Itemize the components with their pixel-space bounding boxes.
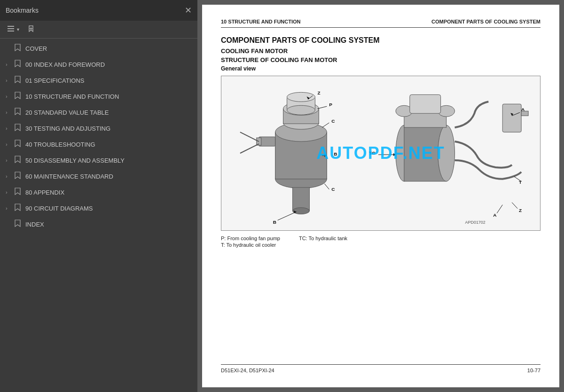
bookmark-label: 40 TROUBLESHOOTING xyxy=(25,141,194,148)
svg-text:A: A xyxy=(493,212,496,218)
bookmark-item-01[interactable]: › 01 SPECIFICATIONS xyxy=(0,72,197,88)
list-view-icon xyxy=(7,24,15,34)
svg-line-19 xyxy=(240,144,259,153)
expand-arrow-icon: › xyxy=(6,62,12,67)
svg-rect-43 xyxy=(502,104,521,132)
doc-title-sub1: COOLING FAN MOTOR xyxy=(221,47,540,55)
bookmark-item-20[interactable]: › 20 STANDARD VALUE TABLE xyxy=(0,104,197,120)
bookmark-item-00[interactable]: › 00 INDEX AND FOREWORD xyxy=(0,56,197,72)
bookmark-item-40[interactable]: › 40 TROUBLESHOOTING xyxy=(0,136,197,152)
svg-text:A: A xyxy=(521,107,525,112)
bookmark-icon xyxy=(13,124,22,133)
page-header-right: COMPONENT PARTS OF COOLING SYSTEM xyxy=(431,19,540,24)
bookmark-label: 01 SPECIFICATIONS xyxy=(25,77,194,84)
legend-item-p: P: From cooling fan pump xyxy=(221,235,280,241)
svg-line-31 xyxy=(278,212,297,220)
bookmark-label: 60 MAINTENANCE STANDARD xyxy=(25,173,194,180)
sidebar-header: Bookmarks ✕ xyxy=(0,0,197,21)
page-view: 10 STRUCTURE AND FUNCTION COMPONENT PART… xyxy=(202,5,559,387)
view-toggle-button[interactable]: ▼ xyxy=(5,24,22,35)
page-header: 10 STRUCTURE AND FUNCTION COMPONENT PART… xyxy=(221,19,540,28)
legend-item-t: T: To hydraulic oil cooler xyxy=(221,242,280,248)
bookmark-item-50[interactable]: › 50 DISASSEMBLY AND ASSEMBLY xyxy=(0,152,197,168)
dropdown-arrow-icon: ▼ xyxy=(16,27,20,32)
expand-arrow-icon: › xyxy=(6,205,12,211)
bookmark-label: COVER xyxy=(25,45,194,52)
bookmark-new-button[interactable] xyxy=(25,24,37,35)
svg-text:Z: Z xyxy=(519,208,522,213)
bookmark-icon xyxy=(13,76,22,85)
svg-text:P: P xyxy=(329,102,332,107)
svg-line-52 xyxy=(497,205,502,213)
bookmark-icon xyxy=(13,220,22,229)
bookmark-item-60[interactable]: › 60 MAINTENANCE STANDARD xyxy=(0,168,197,184)
expand-arrow-icon: › xyxy=(6,110,12,115)
svg-line-18 xyxy=(240,132,259,141)
bookmark-icon xyxy=(13,92,22,101)
svg-line-56 xyxy=(512,203,517,209)
diagram-box: Z P C B xyxy=(221,76,540,231)
footer-page: 10-77 xyxy=(527,368,540,373)
bookmark-icon xyxy=(13,204,22,213)
svg-rect-1 xyxy=(8,28,14,29)
bookmark-icon xyxy=(13,172,22,181)
expand-arrow-icon: › xyxy=(6,157,12,163)
bookmark-icon xyxy=(13,188,22,197)
bookmark-icon xyxy=(13,60,22,69)
svg-rect-0 xyxy=(8,26,14,27)
bookmark-icon xyxy=(13,140,22,149)
svg-point-13 xyxy=(287,105,315,115)
bookmark-item-index[interactable]: INDEX xyxy=(0,216,197,232)
expand-arrow-icon: › xyxy=(6,125,12,131)
svg-rect-42 xyxy=(410,94,441,113)
legend-area: P: From cooling fan pump T: To hydraulic… xyxy=(221,235,540,248)
bookmark-icon xyxy=(13,44,22,53)
sidebar-toolbar: ▼ xyxy=(0,21,197,39)
svg-line-24 xyxy=(317,106,327,109)
main-content-area: 10 STRUCTURE AND FUNCTION COMPONENT PART… xyxy=(197,0,564,392)
bookmark-item-80[interactable]: › 80 APPENDIX xyxy=(0,184,197,200)
bookmark-item-cover[interactable]: COVER xyxy=(0,40,197,56)
bookmark-label: 30 TESTING AND ADJUSTING xyxy=(25,125,194,132)
svg-point-15 xyxy=(293,208,310,214)
bookmark-label: 50 DISASSEMBLY AND ASSEMBLY xyxy=(25,157,194,164)
bookmark-item-10[interactable]: › 10 STRUCTURE AND FUNCTION xyxy=(0,88,197,104)
expand-arrow-icon: › xyxy=(6,141,12,147)
legend-col-right: TC: To hydraulic tank xyxy=(299,235,347,248)
doc-title-sub2: STRUCTURE OF COOLING FAN MOTOR xyxy=(221,56,540,63)
bookmark-icon xyxy=(13,108,22,117)
sidebar: Bookmarks ✕ ▼ COVER› 00 INDEX AND FOREWO… xyxy=(0,0,197,392)
bookmark-label: 10 STRUCTURE AND FUNCTION xyxy=(25,93,194,100)
bookmark-item-30[interactable]: › 30 TESTING AND ADJUSTING xyxy=(0,120,197,136)
legend-col-left: P: From cooling fan pump T: To hydraulic… xyxy=(221,235,280,248)
close-button[interactable]: ✕ xyxy=(185,6,192,15)
page-footer: D51EXI-24, D51PXI-24 10-77 xyxy=(221,364,540,373)
diagram-inner: Z P C B xyxy=(221,76,540,230)
page-content: COMPONENT PARTS OF COOLING SYSTEM COOLIN… xyxy=(221,36,540,364)
svg-text:C: C xyxy=(331,187,335,192)
svg-line-26 xyxy=(322,123,329,127)
bookmark-list: COVER› 00 INDEX AND FOREWORD› 01 SPECIFI… xyxy=(0,39,197,392)
svg-text:B: B xyxy=(273,220,276,225)
footer-model: D51EXI-24, D51PXI-24 xyxy=(221,368,274,373)
bookmark-label: 90 CIRCUIT DIAGRAMS xyxy=(25,205,194,212)
svg-text:C: C xyxy=(331,118,335,124)
bookmark-icon xyxy=(13,156,22,165)
bookmark-add-icon xyxy=(27,24,35,34)
bookmark-label: 00 INDEX AND FOREWORD xyxy=(25,61,194,68)
sidebar-title: Bookmarks xyxy=(6,7,39,14)
svg-text:APD01702: APD01702 xyxy=(465,220,485,225)
doc-general-view-label: General view xyxy=(221,65,540,72)
expand-arrow-icon: › xyxy=(6,189,12,195)
expand-arrow-icon: › xyxy=(6,173,12,179)
bookmark-label: INDEX xyxy=(25,221,194,228)
svg-line-34 xyxy=(324,184,329,189)
svg-rect-2 xyxy=(8,31,14,31)
expand-arrow-icon: › xyxy=(6,78,12,83)
legend-item-tc: TC: To hydraulic tank xyxy=(299,235,347,241)
bookmark-item-90[interactable]: › 90 CIRCUIT DIAGRAMS xyxy=(0,200,197,216)
bookmark-label: 80 APPENDIX xyxy=(25,189,194,196)
doc-title-main: COMPONENT PARTS OF COOLING SYSTEM xyxy=(221,36,540,45)
bookmark-label: 20 STANDARD VALUE TABLE xyxy=(25,109,194,116)
watermark: AUTOPDF.NET xyxy=(316,143,445,163)
